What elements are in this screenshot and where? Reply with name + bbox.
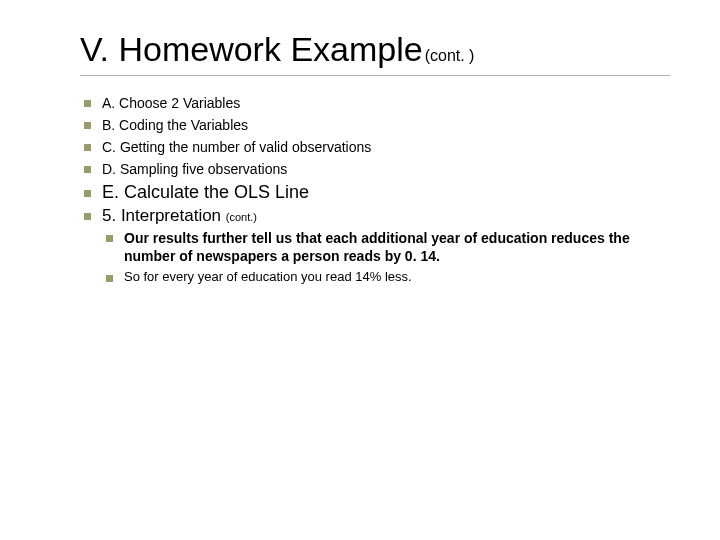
slide-title: V. Homework Example	[80, 30, 423, 68]
interp-result: Our results further tell us that each ad…	[102, 229, 670, 267]
interp-result-list: Our results further tell us that each ad…	[102, 229, 670, 267]
interp-list: 5. Interpretation (cont.) Our results fu…	[80, 206, 670, 285]
interp-heading: 5. Interpretation (cont.) Our results fu…	[80, 206, 670, 285]
interp-cont: (cont.)	[226, 211, 257, 223]
interp-sub: So for every year of education you read …	[102, 269, 670, 284]
slide-title-cont: (cont. )	[425, 47, 475, 64]
step-c: C. Getting the number of valid observati…	[80, 138, 670, 157]
interp-label: 5. Interpretation	[102, 206, 221, 225]
title-block: V. Homework Example(cont. )	[80, 30, 670, 76]
interp-sub-list: So for every year of education you read …	[102, 269, 670, 284]
step-d: D. Sampling five observations	[80, 160, 670, 179]
main-step-list: E. Calculate the OLS Line	[80, 182, 670, 203]
outline-list: A. Choose 2 Variables B. Coding the Vari…	[80, 94, 670, 179]
step-e: E. Calculate the OLS Line	[80, 182, 670, 203]
slide: V. Homework Example(cont. ) A. Choose 2 …	[0, 0, 720, 540]
step-b: B. Coding the Variables	[80, 116, 670, 135]
step-a: A. Choose 2 Variables	[80, 94, 670, 113]
